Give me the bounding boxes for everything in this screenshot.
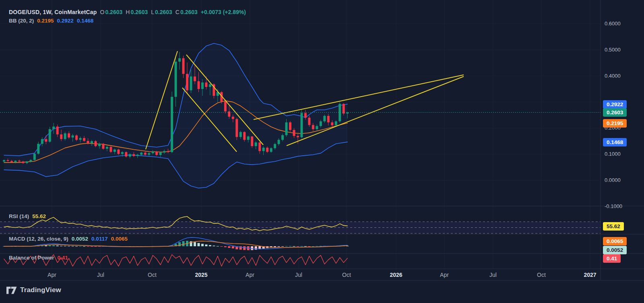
time-axis[interactable]: AprJulOct2025AprJulOct2026AprJulOct2027 <box>0 269 601 280</box>
price-badge: 0.1468 <box>603 138 627 146</box>
time-label: 2025 <box>195 272 207 278</box>
time-label: Apr <box>47 272 56 278</box>
macd-signal-value: 0.0065 <box>111 236 128 242</box>
bollinger-upper-value: 0.2922 <box>57 18 74 24</box>
price-badge: 0.41 <box>603 254 621 263</box>
price-badge: 0.0065 <box>603 237 627 245</box>
time-label: 2026 <box>390 272 402 278</box>
price-label: 0.0000 <box>605 177 621 183</box>
time-label: Apr <box>440 272 449 278</box>
macd-line-value: 0.0117 <box>91 236 108 242</box>
low-label: L <box>151 9 154 15</box>
tradingview-logo-text: TradingView <box>20 286 61 294</box>
price-badge: 0.2922 <box>603 100 627 109</box>
time-label: Jul <box>489 272 497 278</box>
time-label: Oct <box>342 272 351 278</box>
symbol-legend[interactable]: DOGE/USD, 1W, CoinMarketCap O 0.2603 H 0… <box>9 9 246 15</box>
price-badge: 0.2195 <box>603 119 627 128</box>
bop-label: Balance of Power <box>9 255 54 261</box>
macd-legend[interactable]: MACD (12, 26, close, 9) 0.0052 0.0117 0.… <box>9 236 128 242</box>
close-value: 0.2603 <box>180 9 198 15</box>
open-label: O <box>100 9 105 15</box>
high-label: H <box>126 9 130 15</box>
trendline-wedge-lower <box>287 76 464 146</box>
tradingview-logo-icon <box>6 287 17 294</box>
high-value: 0.2603 <box>130 9 148 15</box>
price-label: 0.6000 <box>605 21 621 27</box>
time-label: Jul <box>97 272 104 278</box>
price-label: 0.5000 <box>605 47 621 53</box>
price-badge: 0.0052 <box>603 246 627 254</box>
price-badge: 55.62 <box>603 222 624 231</box>
price-label: 0.1000 <box>605 151 621 157</box>
rsi-legend[interactable]: RSI (14) 55.62 <box>9 213 46 219</box>
bollinger-lower-value: 0.1468 <box>77 18 93 24</box>
rsi-value: 55.62 <box>32 213 46 219</box>
macd-hist-value: 0.0052 <box>72 236 88 242</box>
price-label: 0.4000 <box>605 73 621 79</box>
low-value: 0.2603 <box>155 9 172 15</box>
macd-histogram <box>3 241 349 250</box>
bop-legend[interactable]: Balance of Power 0.41 <box>9 255 68 261</box>
tradingview-chart-window: DOGE/USD, 1W, CoinMarketCap O 0.2603 H 0… <box>0 0 644 303</box>
time-label: Oct <box>537 272 546 278</box>
macd-label: MACD (12, 26, close, 9) <box>9 236 68 242</box>
time-label: Apr <box>246 272 254 278</box>
time-label: Oct <box>148 272 157 278</box>
time-label: 2027 <box>584 272 596 278</box>
price-label: -0.1000 <box>605 203 622 210</box>
bop-value: 0.41 <box>58 255 68 261</box>
bollinger-label: BB (20, 2) <box>9 18 34 24</box>
change-value: +0.0073 (+2.89%) <box>201 9 246 15</box>
rsi-label: RSI (14) <box>9 213 29 219</box>
tradingview-logo[interactable]: TradingView <box>6 286 61 294</box>
price-badge: 0.2603 <box>603 108 627 117</box>
bollinger-basis-value: 0.2195 <box>37 18 54 24</box>
chart-plot-area[interactable] <box>0 0 644 303</box>
open-value: 0.2603 <box>105 9 122 15</box>
close-label: C <box>175 9 180 15</box>
bollinger-legend[interactable]: BB (20, 2) 0.2195 0.2922 0.1468 <box>9 18 93 24</box>
price-axis[interactable]: 0.60000.50000.40000.20000.10000.0000-0.1… <box>601 0 644 280</box>
symbol-title: DOGE/USD, 1W, CoinMarketCap <box>9 9 97 15</box>
trendline-wedge-upper <box>254 75 464 120</box>
time-label: Jul <box>295 272 302 278</box>
